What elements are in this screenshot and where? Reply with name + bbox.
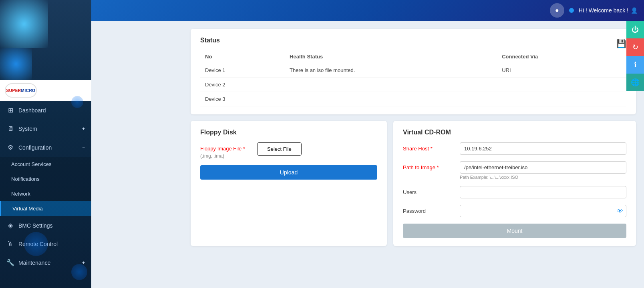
users-row: Users [403,186,626,198]
col-via: Connected Via [497,50,626,63]
sidebar-item-label: Maintenance [18,260,50,266]
upload-button[interactable]: Upload [200,165,377,180]
sidebar-item-configuration[interactable]: ⚙ Configuration − [0,138,91,157]
topbar-avatar-circle[interactable]: ● [550,3,564,18]
path-label: Path to Image * [403,161,455,170]
status-card: Status 💾 No Health Status Connected Via … [191,29,636,114]
password-input-wrapper: 👁 [460,205,626,217]
users-input[interactable] [460,186,626,198]
floppy-label-wrapper: Floppy Image File * (.img, .ima) [200,142,252,159]
sidebar-sub-label: Notifications [11,176,40,182]
cdrom-card: Virtual CD-ROM Share Host * Path to Imag… [393,121,636,246]
bottom-row: Floppy Disk Floppy Image File * (.img, .… [191,121,636,246]
floppy-card: Floppy Disk Floppy Image File * (.img, .… [191,121,387,246]
globe-button[interactable]: 🌐 [626,74,644,91]
topbar-status-dot [569,8,574,13]
path-hint: Path Example: \...\...\xxxx.ISO [460,175,626,180]
sidebar-item-label: BMC Settings [18,222,53,229]
main-content: Status 💾 No Health Status Connected Via … [183,21,644,288]
config-icon: ⚙ [6,144,14,151]
cell-health [285,92,497,106]
cell-health [285,78,497,92]
sidebar-item-account-services[interactable]: Account Services [0,157,91,172]
cell-via [497,92,626,106]
sidebar-sub-label: Virtual Media [12,206,43,212]
sidebar-item-system[interactable]: 🖥 System + [0,120,91,138]
deco-bubble-3 [71,96,83,108]
chevron-right-icon: + [82,126,85,132]
sidebar-item-label: Dashboard [18,107,46,114]
cell-via [497,78,626,92]
cell-device: Device 2 [200,78,285,92]
sidebar-sub-label: Network [11,191,30,197]
bmc-icon: ◈ [6,222,14,229]
floppy-title: Floppy Disk [200,129,377,136]
maintenance-icon: 🔧 [6,259,14,266]
power-button[interactable]: ⏻ [626,21,644,38]
cdrom-title: Virtual CD-ROM [403,129,626,136]
sidebar-item-bmc-settings[interactable]: ◈ BMC Settings [0,216,91,235]
password-input[interactable] [460,205,626,217]
status-title: Status [200,37,220,44]
sidebar-item-network[interactable]: Network [0,186,91,201]
dashboard-icon: ⊞ [6,106,14,114]
share-host-input[interactable] [460,142,626,155]
info-button[interactable]: ℹ [626,56,644,74]
topbar-welcome: Hi ! Welcome back ! 👤 [579,7,638,14]
logo: SUPERMICRO [5,83,37,98]
user-icon: 👤 [631,7,638,14]
cell-device: Device 1 [200,63,285,78]
chevron-down-icon: − [82,145,85,150]
cell-device: Device 3 [200,92,285,106]
floppy-file-row: Floppy Image File * (.img, .ima) Select … [200,142,377,159]
floppy-extensions: (.img, .ima) [200,153,252,159]
deco-bubble-1 [24,232,48,256]
sidebar-item-label: Configuration [18,144,52,151]
path-input[interactable] [460,161,626,174]
password-row: Password 👁 [403,205,626,217]
col-health: Health Status [285,50,497,63]
status-card-header: Status 💾 [200,37,626,50]
share-host-row: Share Host * [403,142,626,155]
table-row: Device 1 There is an iso file mounted. U… [200,63,626,78]
users-label: Users [403,186,455,195]
refresh-button[interactable]: ↻ [626,38,644,56]
share-host-label: Share Host * [403,142,455,152]
eye-icon[interactable]: 👁 [617,208,623,215]
sidebar-item-notifications[interactable]: Notifications [0,172,91,186]
sidebar: SUPERMICRO ⊞ Dashboard 🖥 System + ⚙ Conf… [0,0,91,288]
remote-icon: 🖱 [6,240,14,248]
status-table: No Health Status Connected Via Device 1 … [200,50,626,106]
select-file-button[interactable]: Select File [257,142,302,156]
path-input-wrapper: Path Example: \...\...\xxxx.ISO [460,161,626,180]
table-row: Device 2 [200,78,626,92]
mount-button[interactable]: Mount [403,224,626,238]
media-icon: 💾 [616,39,626,48]
path-to-image-row: Path to Image * Path Example: \...\...\x… [403,161,626,180]
sidebar-item-label: System [18,126,37,132]
col-no: No [200,50,285,63]
password-label: Password [403,205,455,214]
right-panel: ⏻ ↻ ℹ 🌐 [626,21,644,91]
floppy-label: Floppy Image File * [200,142,252,152]
cell-health: There is an iso file mounted. [285,63,497,78]
topbar: ● Hi ! Welcome back ! 👤 [91,0,644,21]
cell-via: URI [497,63,626,78]
table-row: Device 3 [200,92,626,106]
deco-bubble-2 [71,264,87,280]
system-icon: 🖥 [6,125,14,132]
sidebar-item-virtual-media[interactable]: Virtual Media [0,201,91,216]
sidebar-sub-label: Account Services [11,161,51,167]
welcome-text: Hi ! Welcome back ! [579,7,628,14]
